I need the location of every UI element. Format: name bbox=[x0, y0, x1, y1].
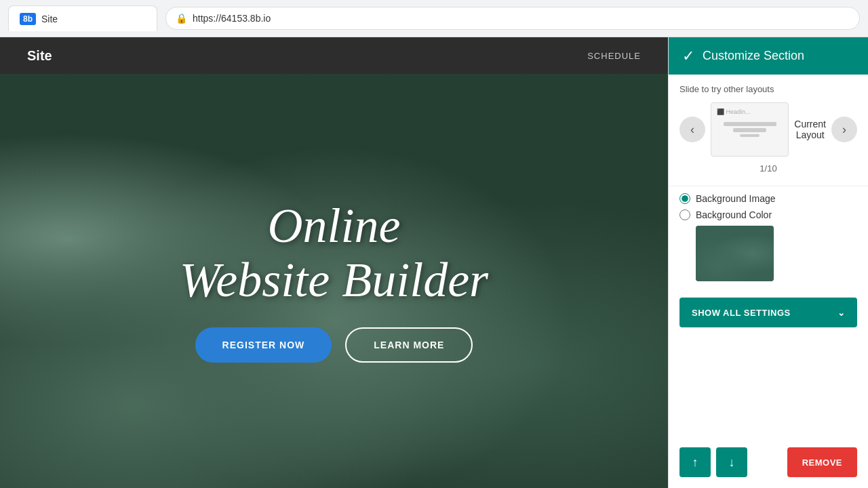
slide-layouts-section: Slide to try other layouts ‹ ⬛ Headin...… bbox=[669, 75, 868, 186]
url-text: https://64153.8b.io bbox=[193, 13, 271, 24]
slide-layouts-label: Slide to try other layouts bbox=[679, 84, 857, 94]
layout-preview-card: ⬛ Headin... bbox=[711, 102, 789, 157]
panel-footer: ↑ ↓ REMOVE bbox=[669, 441, 868, 488]
show-all-settings-label: SHOW ALL SETTINGS bbox=[692, 308, 791, 318]
preview-area: Site SCHEDULE Online Website Builder REG… bbox=[0, 37, 668, 488]
address-bar[interactable]: 🔒 https://64153.8b.io bbox=[165, 7, 860, 30]
bg-image-radio-row[interactable]: Background Image bbox=[679, 193, 857, 204]
browser-bar: 8b Site 🔒 https://64153.8b.io bbox=[0, 0, 868, 37]
bg-image-preview[interactable] bbox=[696, 226, 774, 281]
bg-color-radio-row[interactable]: Background Color bbox=[679, 209, 857, 220]
move-down-button[interactable]: ↓ bbox=[716, 447, 747, 477]
check-icon: ✓ bbox=[682, 47, 694, 65]
prev-layout-button[interactable]: ‹ bbox=[679, 117, 705, 142]
layout-slider: ‹ ⬛ Headin... CurrentLayout › bbox=[679, 102, 857, 157]
right-panel: ✓ Customize Section Slide to try other l… bbox=[668, 37, 868, 488]
show-all-settings-button[interactable]: SHOW ALL SETTINGS ⌄ bbox=[679, 298, 857, 327]
remove-button[interactable]: REMOVE bbox=[787, 447, 857, 477]
tab-logo: 8b bbox=[20, 13, 36, 25]
move-up-button[interactable]: ↑ bbox=[679, 447, 711, 477]
tab-title: Site bbox=[41, 14, 58, 24]
bg-color-radio[interactable] bbox=[679, 209, 690, 220]
hero-content: Online Website Builder REGISTER NOW LEAR… bbox=[0, 74, 668, 488]
site-nav-links: SCHEDULE bbox=[587, 51, 641, 61]
layout-counter: 1/10 bbox=[679, 163, 857, 174]
arrow-down-icon: ↓ bbox=[729, 455, 735, 470]
hero-buttons: REGISTER NOW LEARN MORE bbox=[195, 327, 473, 363]
hero-section: Online Website Builder REGISTER NOW LEAR… bbox=[0, 74, 668, 488]
bg-image-label: Background Image bbox=[696, 193, 776, 204]
lock-icon: 🔒 bbox=[176, 13, 187, 24]
background-options: Background Image Background Color bbox=[669, 186, 868, 288]
arrow-up-icon: ↑ bbox=[692, 455, 698, 470]
panel-title: Customize Section bbox=[703, 49, 804, 63]
bg-image-radio[interactable] bbox=[679, 193, 690, 204]
current-layout-label: CurrentLayout bbox=[794, 119, 826, 140]
bg-image-thumbnail bbox=[696, 226, 774, 281]
nav-link-schedule[interactable]: SCHEDULE bbox=[587, 51, 641, 61]
main-area: Site SCHEDULE Online Website Builder REG… bbox=[0, 37, 868, 488]
site-navbar: Site SCHEDULE bbox=[0, 37, 668, 74]
chevron-down-icon: ⌄ bbox=[837, 308, 846, 318]
panel-header: ✓ Customize Section bbox=[669, 37, 868, 75]
learn-more-button[interactable]: LEARN MORE bbox=[345, 327, 473, 363]
bg-color-label: Background Color bbox=[696, 209, 772, 220]
browser-tab[interactable]: 8b Site bbox=[8, 5, 157, 31]
register-now-button[interactable]: REGISTER NOW bbox=[195, 327, 332, 363]
next-layout-button[interactable]: › bbox=[831, 117, 857, 142]
site-logo: Site bbox=[27, 48, 52, 64]
hero-title: Online Website Builder bbox=[180, 199, 488, 306]
